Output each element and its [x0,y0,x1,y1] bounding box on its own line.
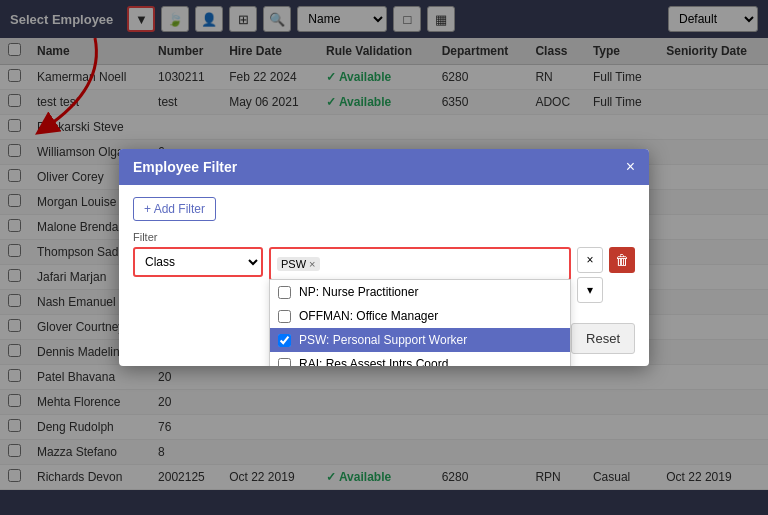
modal-header: Employee Filter × [119,149,649,185]
checkbox-psw[interactable] [278,334,291,347]
modal-overlay: Employee Filter × + Add Filter Filter Cl… [0,0,768,515]
checkbox-rai[interactable] [278,358,291,367]
reset-button[interactable]: Reset [571,323,635,354]
filter-actions: × ▾ [577,247,603,303]
dropdown-item-label: OFFMAN: Office Manager [299,309,438,323]
filter-text-input[interactable] [324,257,384,271]
filter-row: Class Department Type Name PSW × NP: Nur… [133,247,635,303]
tag-label: PSW [281,258,306,270]
filter-field-dropdown[interactable]: Class Department Type Name [133,247,263,277]
dropdown-item-rai[interactable]: RAI: Res Assest Intrs Coord [270,352,570,366]
dropdown-item-label: RAI: Res Assest Intrs Coord [299,357,448,366]
add-filter-button[interactable]: + Add Filter [133,197,216,221]
employee-filter-modal: Employee Filter × + Add Filter Filter Cl… [119,149,649,366]
checkbox-offman[interactable] [278,310,291,323]
modal-close-button[interactable]: × [626,159,635,175]
modal-title: Employee Filter [133,159,237,175]
filter-label: Filter [133,231,635,243]
dropdown-item-label: NP: Nurse Practitioner [299,285,418,299]
dropdown-item-np[interactable]: NP: Nurse Practitioner [270,280,570,304]
dropdown-item-offman[interactable]: OFFMAN: Office Manager [270,304,570,328]
modal-body: + Add Filter Filter Class Department Typ… [119,185,649,315]
filter-value-area[interactable]: PSW × NP: Nurse PractitionerOFFMAN: Offi… [269,247,571,281]
filter-dropdown-list: NP: Nurse PractitionerOFFMAN: Office Man… [269,279,571,366]
checkbox-np[interactable] [278,286,291,299]
filter-dropdown-button[interactable]: ▾ [577,277,603,303]
psw-tag: PSW × [277,257,320,271]
tag-remove-icon[interactable]: × [309,258,315,270]
dropdown-item-psw[interactable]: PSW: Personal Support Worker [270,328,570,352]
filter-tags-input: PSW × [271,249,569,279]
dropdown-item-label: PSW: Personal Support Worker [299,333,467,347]
filter-delete-button[interactable]: 🗑 [609,247,635,273]
filter-clear-button[interactable]: × [577,247,603,273]
